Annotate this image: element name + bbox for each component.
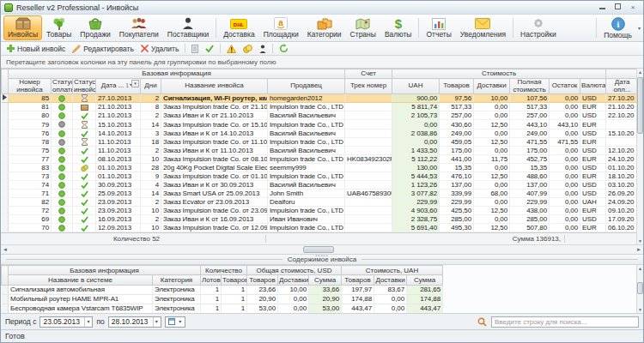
- new-invoice-button[interactable]: Новый инвойс: [3, 43, 69, 55]
- invoice-row[interactable]: 73 01.10.2013 9 Заказ Impulsion trade Co…: [2, 172, 639, 181]
- detail-vertical-scrollbar[interactable]: ▲ ▼: [636, 265, 643, 313]
- dcol-usd-delivery[interactable]: Доставки: [278, 275, 309, 286]
- grid-scroll-thumb[interactable]: [637, 77, 643, 134]
- hscroll-thumb[interactable]: [303, 246, 334, 253]
- col-full-cost[interactable]: Полная стоимость: [510, 79, 550, 94]
- date-filter-button[interactable]: ▾: [131, 80, 139, 87]
- col-pay-status[interactable]: Статус оплаты: [52, 79, 73, 94]
- invoice-row[interactable]: 82 23.09.2013 2 Заказ Ecvator от 23.09.2…: [2, 198, 639, 207]
- chevron-down-icon[interactable]: ▾: [153, 317, 158, 327]
- col-balance[interactable]: Остаток: [550, 79, 580, 94]
- invoice-row[interactable]: 79 15.10.2013 14 Заказ Impulsion trade C…: [2, 120, 639, 129]
- content-row[interactable]: Мобильный роутер HAME MPR-A1 Электроника…: [2, 295, 639, 304]
- period-from-picker[interactable]: 23.05.2013 ▾: [39, 316, 93, 328]
- check-icon[interactable]: [202, 43, 217, 55]
- scroll-down-icon[interactable]: ▼: [637, 238, 643, 244]
- ribbon-tab-notifications[interactable]: Уведомления: [456, 15, 510, 40]
- col-seller[interactable]: Продавец: [268, 79, 345, 94]
- edit-button[interactable]: Редактировать: [69, 43, 137, 55]
- invoice-row[interactable]: 80 21.10.2013 2 Заказ Иван и К от 21.10.…: [2, 111, 639, 120]
- dcol-uah-delivery[interactable]: Доставки: [374, 275, 407, 286]
- dcol-category[interactable]: Категория: [153, 275, 201, 286]
- ribbon-tab-currencies[interactable]: $ Валюты: [380, 15, 416, 40]
- col-currency[interactable]: Валюта: [580, 79, 606, 94]
- col-uah[interactable]: UAH: [392, 79, 440, 94]
- maximize-button[interactable]: [612, 3, 623, 12]
- splitter-handle[interactable]: •••••: [315, 253, 329, 258]
- invoice-row[interactable]: 77 08.10.2013 10 Заказ Impulsion trade C…: [2, 155, 639, 164]
- dcol-uah-goods[interactable]: Товаров: [342, 275, 374, 286]
- content-row[interactable]: Сигнализация автомобильная Электроника 1…: [2, 286, 639, 295]
- invoice-row[interactable]: 76 14.10.2013 3 Заказ Иван и К от 14.10.…: [2, 129, 639, 137]
- warning-icon[interactable]: [223, 43, 240, 55]
- scroll-up-icon[interactable]: ▲: [637, 265, 643, 272]
- grid-vertical-scrollbar[interactable]: ▲ ▼: [636, 69, 643, 244]
- check-small: [73, 147, 96, 155]
- col-invoice-status[interactable]: Статус инвойса: [73, 79, 96, 94]
- ribbon-tab-marketplaces[interactable]: a Площадки: [259, 15, 303, 40]
- period-to-picker[interactable]: 28.10.2013 ▾: [108, 316, 161, 328]
- invoice-row[interactable]: 85 27.10.2013 2 Сигнализация, Wi-Fi роут…: [2, 94, 639, 103]
- col-paid-date[interactable]: Дата опл...: [606, 79, 639, 94]
- help-button[interactable]: i Помощь: [599, 15, 636, 41]
- calendar-button[interactable]: ▾: [165, 316, 185, 328]
- dcol-name[interactable]: Название в системе: [9, 275, 153, 286]
- scroll-right-icon[interactable]: ►: [636, 245, 641, 254]
- ribbon-tab-delivery[interactable]: DHL Доставка: [219, 15, 259, 40]
- invoice-row[interactable]: 83 01.10.2013 28 20g 40Kg Pocket Digital…: [2, 164, 639, 172]
- content-row[interactable]: Беспроводная камера Vstarcam T6835WIP Эл…: [2, 304, 639, 314]
- invoice-row[interactable]: 74 30.09.2013 4 Заказ Иван и К от 30.09.…: [2, 181, 639, 190]
- ribbon-tab-buyers[interactable]: Покупатели: [115, 15, 163, 40]
- chevron-down-icon[interactable]: ▾: [638, 25, 641, 31]
- ribbon-tab-countries[interactable]: Страны: [346, 15, 380, 40]
- coins-icon[interactable]: [240, 43, 256, 55]
- ribbon-tab-sales[interactable]: Продажи: [76, 15, 115, 40]
- svg-text:i: i: [617, 20, 619, 29]
- dcol-uah-sum[interactable]: Сумма: [407, 275, 443, 286]
- ribbon-tab-settings[interactable]: Настройки: [516, 15, 561, 40]
- cell-uah: 2 328,75: [392, 215, 440, 224]
- scroll-left-icon[interactable]: ◄: [3, 245, 8, 254]
- col-delivery[interactable]: Доставки: [474, 79, 510, 94]
- ribbon-tab-suppliers[interactable]: Поставщики: [163, 15, 213, 40]
- cell-goods: 137,00: [440, 181, 474, 190]
- invoice-row[interactable]: 72 23.09.2013 10 Заказ Impulsion trade C…: [2, 207, 639, 215]
- cell-balance: 0,00: [550, 215, 580, 224]
- col-goods[interactable]: Товаров: [440, 79, 474, 94]
- ribbon-tab-goods[interactable]: Товары: [42, 15, 76, 40]
- cell-date: 30.09.2013: [96, 181, 141, 190]
- cell-goods: 476,10: [440, 172, 474, 181]
- col-invoice-name[interactable]: Название инвойса: [161, 79, 268, 94]
- invoice-row[interactable]: 78 11.10.2013 18 Заказ Impulsion trade C…: [2, 137, 639, 146]
- ribbon-tab-reports[interactable]: Отчеты: [422, 15, 455, 40]
- scroll-down-icon[interactable]: ▼: [637, 306, 643, 313]
- invoice-row[interactable]: 70 12.09.2013 10 Заказ Impulsion trade C…: [2, 224, 639, 232]
- chevron-down-icon[interactable]: ▾: [84, 317, 89, 327]
- delete-button[interactable]: Удалить: [137, 43, 182, 55]
- invoice-row[interactable]: 71 25.09.2013 14 Заказ Smart USA от 25.0…: [2, 190, 639, 198]
- minimize-button[interactable]: [597, 3, 607, 12]
- dcol-usd-sum[interactable]: Сумма: [309, 275, 342, 286]
- ribbon-tab-invoices[interactable]: Инвойсы: [3, 15, 42, 40]
- col-track-number[interactable]: Трек номер: [345, 79, 392, 94]
- dcol-lots[interactable]: Лотов: [201, 275, 222, 286]
- cell-delivery: 12,50: [474, 207, 510, 215]
- dcol-usd-goods[interactable]: Товаров: [247, 275, 278, 286]
- close-button[interactable]: ×: [628, 3, 638, 12]
- detail-scroll-thumb[interactable]: [637, 282, 643, 294]
- invoice-row[interactable]: 81 21.10.2013 8 Заказ Impulsion trade Co…: [2, 103, 639, 111]
- group-by-panel[interactable]: Перетащите заголовок колонки на эту пане…: [1, 56, 643, 69]
- scroll-up-icon[interactable]: ▲: [637, 69, 643, 75]
- person-icon[interactable]: [256, 43, 270, 55]
- col-date[interactable]: Дата ...1 ▾: [96, 79, 141, 94]
- invoice-row[interactable]: 69 16.09.2013 2 Заказ Иван и К от 16.09.…: [2, 215, 639, 224]
- toolbar-separator: [220, 44, 221, 53]
- ribbon-tab-categories[interactable]: Категории: [303, 15, 346, 40]
- dcol-goods[interactable]: Товаров: [222, 275, 247, 286]
- search-input[interactable]: [491, 316, 639, 328]
- sheet-icon[interactable]: [188, 43, 202, 55]
- invoice-row[interactable]: 75 11.10.2013 2 Заказ Иван и К от 11.10.…: [2, 147, 639, 155]
- refresh-icon[interactable]: [276, 43, 292, 55]
- col-invoice-number[interactable]: Номер инвойса: [9, 79, 52, 94]
- col-days[interactable]: Дни: [141, 79, 161, 94]
